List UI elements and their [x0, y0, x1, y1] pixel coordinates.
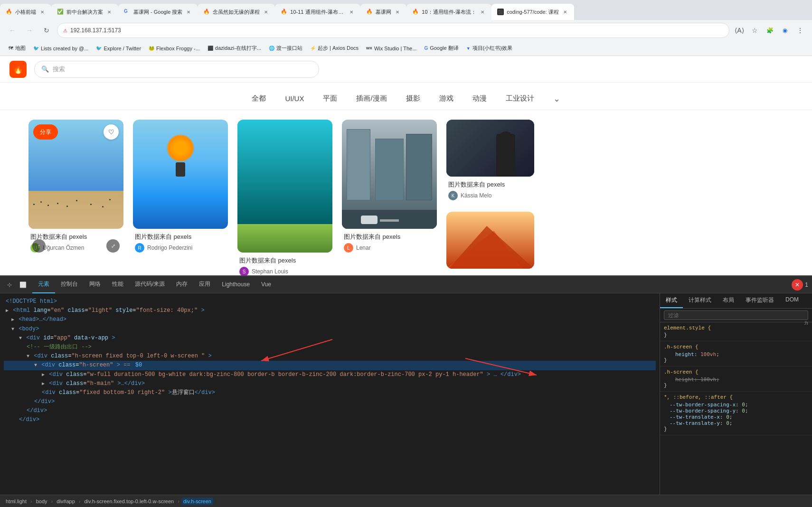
- devtools-tab-memory[interactable]: 内存: [170, 276, 193, 293]
- site-header: 🔥 🔍 搜索: [0, 56, 812, 83]
- bookmark-lists[interactable]: 🐦 Lists created by @...: [30, 45, 91, 52]
- bookmark-xiaohongshu[interactable]: ▼ 项目(小红书)效果: [463, 44, 515, 53]
- tab-5[interactable]: 🔥 10-11 通用组件-瀑布流... ✕: [275, 4, 360, 20]
- extensions-icon[interactable]: 🧩: [764, 24, 776, 37]
- styles-tab-computed[interactable]: 计算样式: [683, 293, 717, 308]
- card-paraglide[interactable]: 图片数据来自 pexels R Rodrigo Pederzini: [133, 120, 228, 256]
- address-bar[interactable]: ⚠ 192.168.137.1:5173: [57, 23, 729, 38]
- filter-input[interactable]: [664, 310, 808, 320]
- category-photo[interactable]: 摄影: [406, 92, 420, 105]
- tab-4[interactable]: 🔥 念虽然如无缘的课程 ✕: [198, 4, 275, 20]
- bookmark-axios[interactable]: ⚡ 起步 | Axios Docs: [307, 44, 361, 53]
- tab-close-5[interactable]: ✕: [348, 9, 355, 15]
- category-game[interactable]: 游戏: [439, 92, 453, 105]
- devtools-tab-application[interactable]: 应用: [193, 276, 216, 293]
- forward-button[interactable]: →: [23, 24, 36, 37]
- hscreen-outer-triangle: ▼: [27, 354, 29, 359]
- devtools-device-icon[interactable]: ⬜: [17, 279, 28, 291]
- translate-icon[interactable]: ⟨A⟩: [733, 24, 746, 37]
- tab-8[interactable]: ⬛ coding-577/code: 课程 ✕: [491, 4, 574, 20]
- breadcrumb-app[interactable]: div#app: [55, 498, 77, 505]
- devtools-tab-sources[interactable]: 源代码/来源: [129, 276, 170, 293]
- html-line-floating[interactable]: <div class="fixed bottom-10 right-2" >悬浮…: [4, 388, 656, 397]
- expand-icon[interactable]: ⤢: [106, 239, 120, 253]
- category-uiux[interactable]: UI/UX: [285, 93, 304, 104]
- html-line-doctype[interactable]: <!DOCTYPE html>: [4, 297, 656, 306]
- route-comment: <!-- 一级路由出口 -->: [27, 344, 92, 350]
- html-attr-style: style: [115, 307, 132, 314]
- upload-icon[interactable]: ↑: [32, 239, 46, 253]
- html-line-hscreen-outer[interactable]: ▼ <div class="h-screen fixed top-0 left-…: [4, 352, 656, 361]
- html-panel[interactable]: <!DOCTYPE html> ▶ <html lang="en" class=…: [0, 293, 660, 495]
- html-line-app[interactable]: ▼ <div id="app" data-v-app >: [4, 334, 656, 343]
- back-button[interactable]: ←: [6, 24, 19, 37]
- bookmark-translate[interactable]: G Google 翻译: [421, 44, 461, 53]
- breadcrumb-hscreen[interactable]: div.h-screen: [181, 498, 213, 505]
- tab-close-6[interactable]: ✕: [394, 9, 401, 15]
- site-logo[interactable]: 🔥: [9, 61, 27, 78]
- html-line-header[interactable]: ▶ <div class="w-full duration-500 bg-whi…: [4, 370, 656, 379]
- breadcrumb-body[interactable]: body: [34, 498, 49, 505]
- bookmark-wix[interactable]: WX Wix Studio | The...: [363, 45, 419, 52]
- tab-close-8[interactable]: ✕: [562, 9, 568, 15]
- styles-tab-listeners[interactable]: 事件监听器: [740, 293, 780, 308]
- category-all[interactable]: 全都: [252, 92, 266, 105]
- html-line-head[interactable]: ▶ <head>…</head>: [4, 315, 656, 324]
- bookmark-explore[interactable]: 🐦 Explore / Twitter: [93, 45, 144, 52]
- tab-1[interactable]: 🔥 小格前端 ✕: [0, 4, 51, 20]
- tab-close-1[interactable]: ✕: [39, 9, 46, 15]
- profile-icon[interactable]: ◉: [779, 24, 791, 37]
- tab-close-7[interactable]: ✕: [479, 9, 486, 15]
- html-line-hmain[interactable]: ▶ <div class="h-main" >…</div>: [4, 379, 656, 388]
- devtools-tab-vue[interactable]: Vue: [255, 276, 277, 293]
- category-more-icon[interactable]: ⌄: [553, 94, 560, 104]
- html-line-close-app[interactable]: </div>: [4, 415, 656, 424]
- devtools-inspect-icon[interactable]: ⊹: [4, 279, 15, 291]
- html-line-comment[interactable]: <!-- 一级路由出口 -->: [4, 343, 656, 352]
- category-industrial[interactable]: 工业设计: [506, 92, 534, 105]
- share-button[interactable]: 分享: [33, 124, 58, 140]
- bookmark-dazidazi[interactable]: ⬛ dazidazi-在线打字...: [205, 44, 264, 53]
- bookmark-api[interactable]: 🌐 渡一接口站: [266, 44, 305, 53]
- html-line-html[interactable]: ▶ <html lang="en" class="light" style="f…: [4, 306, 656, 315]
- devtools-tab-performance[interactable]: 性能: [106, 276, 129, 293]
- bookmark-flexbox[interactable]: 🐸 Flexbox Froggy -...: [146, 45, 203, 52]
- tab-7[interactable]: 🔥 10：通用组件-瀑布流： ✕: [406, 4, 491, 20]
- tab-2[interactable]: ✅ 前中台解决方案 ✕: [51, 4, 118, 20]
- card-street[interactable]: 图片数据来自 pexels L Lenar: [342, 120, 437, 256]
- devtools-close-button[interactable]: ✕: [792, 279, 803, 291]
- heart-button[interactable]: ♡: [104, 124, 119, 140]
- devtools-tab-network[interactable]: 网络: [84, 276, 106, 293]
- search-bar[interactable]: 🔍 搜索: [34, 61, 319, 78]
- tab-close-3[interactable]: ✕: [185, 9, 192, 15]
- floating-tag: <div: [42, 389, 56, 396]
- html-line-close-outer[interactable]: </div>: [4, 406, 656, 415]
- reload-button[interactable]: ↻: [40, 24, 53, 37]
- category-anime[interactable]: 动漫: [472, 92, 487, 105]
- card-ocean[interactable]: 图片数据来自 pexels S Stephan Louis: [237, 120, 332, 275]
- bookmark-map[interactable]: 🗺 地图: [6, 44, 28, 53]
- tab-6[interactable]: 🔥 墓课网 ✕: [360, 4, 406, 20]
- html-line-body[interactable]: ▼ <body>: [4, 325, 656, 334]
- category-illustration[interactable]: 插画/漫画: [356, 92, 387, 105]
- styles-tab-layout[interactable]: 布局: [717, 293, 740, 308]
- tab-favicon-6: 🔥: [366, 9, 373, 15]
- devtools-tab-console[interactable]: 控制台: [55, 276, 84, 293]
- styles-tab-dom[interactable]: DOM: [780, 293, 804, 308]
- category-flat[interactable]: 平面: [323, 92, 337, 105]
- breadcrumb-hscreen-outer[interactable]: div.h-screen.fixed.top-0.left-0.w-screen: [82, 498, 176, 505]
- tab-close-4[interactable]: ✕: [263, 9, 269, 15]
- card-beach[interactable]: 分享 ♡ ↑ ⤢ 图片数据来自 pexels U Uğurcan Özmen: [28, 120, 123, 256]
- tab-close-2[interactable]: ✕: [106, 9, 113, 15]
- breadcrumb-html[interactable]: html.light: [4, 498, 28, 505]
- devtools-tab-lighthouse[interactable]: Lighthouse: [216, 276, 255, 293]
- styles-tab-styles[interactable]: 样式: [660, 293, 683, 308]
- menu-icon[interactable]: ⋮: [794, 24, 806, 37]
- devtools-tab-elements[interactable]: 元素: [32, 276, 55, 293]
- card-mountain[interactable]: [446, 212, 534, 269]
- html-line-hscreen[interactable]: ▼ <div class="h-screen" > == $0: [4, 361, 656, 370]
- tab-3[interactable]: G 墓课网 - Google 搜索 ✕: [118, 4, 198, 20]
- html-line-close-hscreen[interactable]: </div>: [4, 397, 656, 406]
- card-dark-person[interactable]: 图片数据来自 pexels K Kässia Melo: [446, 120, 534, 204]
- bookmark-star-icon[interactable]: ☆: [748, 24, 761, 37]
